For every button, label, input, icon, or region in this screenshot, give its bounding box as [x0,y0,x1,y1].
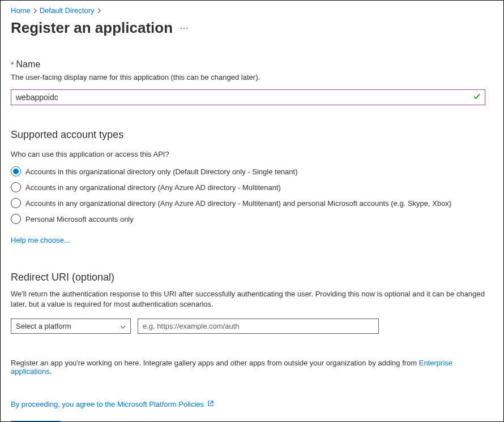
platform-policies-link[interactable]: By proceeding, you agree to the Microsof… [11,400,214,408]
radio-icon [11,166,21,176]
redirect-heading: Redirect URI (optional) [11,272,493,283]
more-icon[interactable]: ⋯ [180,23,189,33]
radio-icon [11,214,21,224]
account-types-heading: Supported account types [11,129,493,141]
radio-label: Accounts in any organizational directory… [25,199,451,208]
external-link-icon [207,400,214,408]
radio-personal-only[interactable]: Personal Microsoft accounts only [11,214,493,224]
enterprise-apps-info: Register an app you're working on here. … [11,359,493,376]
breadcrumb: Home Default Directory [11,6,493,15]
redirect-uri-input[interactable] [138,318,379,334]
radio-icon [11,198,21,208]
chevron-right-icon [33,8,37,13]
radio-multitenant-personal[interactable]: Accounts in any organizational directory… [11,198,493,208]
radio-multitenant[interactable]: Accounts in any organizational directory… [11,182,493,192]
platform-select-label: Select a platform [16,322,71,330]
chevron-down-icon [120,322,126,330]
radio-label: Accounts in this organizational director… [25,167,298,176]
page-title: Register an application [11,19,173,37]
required-asterisk: * [11,60,14,69]
chevron-right-icon [97,8,101,13]
account-types-question: Who can use this application or access t… [11,150,493,158]
check-icon [473,93,481,102]
radio-icon [11,182,21,192]
policies-text: By proceeding, you agree to the Microsof… [11,400,204,408]
radio-single-tenant[interactable]: Accounts in this organizational director… [11,166,493,176]
account-types-radio-group: Accounts in this organizational director… [11,166,493,224]
radio-label: Accounts in any organizational directory… [25,183,281,192]
name-description: The user-facing display name for this ap… [11,73,493,81]
name-label: Name [16,59,40,70]
platform-select[interactable]: Select a platform [11,318,131,334]
name-input[interactable] [11,89,485,105]
redirect-description: We'll return the authentication response… [11,289,492,309]
breadcrumb-directory[interactable]: Default Directory [40,6,95,15]
help-me-choose-link[interactable]: Help me choose... [11,236,70,244]
breadcrumb-home[interactable]: Home [11,6,31,15]
radio-label: Personal Microsoft accounts only [25,215,134,223]
